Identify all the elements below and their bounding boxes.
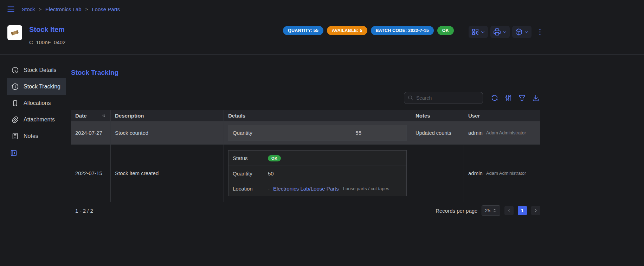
details-cell: Quantity 55: [224, 121, 411, 144]
title-block: Stock Item C_100nF_0402: [29, 25, 65, 45]
sidebar-item-label: Stock Tracking: [24, 84, 60, 90]
table-footer: 1 - 2 / 2 Records per page 25 1: [71, 202, 540, 219]
stock-tracking-table: Date Description Details Notes User 2024…: [71, 110, 540, 219]
more-options-button[interactable]: [535, 27, 545, 37]
table-row[interactable]: 2022-07-15 Stock item created Status OK …: [71, 145, 540, 202]
paperclip-icon: [11, 116, 19, 124]
detail-stack: Status OK Quantity 50 Location - Electro…: [228, 150, 407, 196]
column-label: Description: [115, 113, 144, 119]
notes-cell: [411, 145, 464, 202]
sidebar-item-stock-tracking[interactable]: Stock Tracking: [7, 78, 66, 95]
sidebar-item-stock-details[interactable]: Stock Details: [7, 62, 66, 78]
menu-icon[interactable]: [6, 5, 15, 14]
part-name: C_100nF_0402: [29, 39, 65, 45]
page-body: Stock Details Stock Tracking Allocations…: [0, 55, 644, 229]
available-badge: AVAILABLE: 5: [327, 26, 367, 35]
detail-row-location: Location - Electronics Lab/Loose Parts L…: [228, 181, 406, 196]
chevron-right-icon: [533, 208, 539, 213]
status-badge: OK: [437, 26, 454, 35]
download-button[interactable]: [531, 93, 540, 102]
previous-page-button[interactable]: [504, 206, 514, 215]
search-icon: [408, 95, 413, 101]
column-header-date[interactable]: Date: [71, 110, 111, 121]
panel-divider: [71, 84, 540, 84]
refresh-button[interactable]: [490, 93, 499, 102]
next-page-button[interactable]: [531, 206, 540, 215]
column-header-details[interactable]: Details: [224, 110, 411, 121]
sidebar-item-label: Attachments: [24, 117, 55, 123]
breadcrumb-electronics-lab[interactable]: Electronics Lab: [45, 6, 82, 12]
chevron-down-icon: [502, 29, 507, 35]
user-cell: admin Adam Administrator: [464, 121, 540, 144]
notes-cell: Updated counts: [411, 121, 464, 144]
stock-actions-button[interactable]: [512, 26, 532, 38]
dots-vertical-icon: [536, 28, 544, 36]
breadcrumb-stock[interactable]: Stock: [22, 6, 35, 12]
chevron-down-icon: [524, 29, 529, 35]
topbar: Stock > Electronics Lab > Loose Parts: [0, 0, 644, 18]
detail-row-quantity: Quantity 55: [228, 125, 406, 140]
search-box: [404, 92, 483, 104]
chevron-left-icon: [506, 208, 512, 213]
adjustments-icon: [504, 94, 512, 102]
sidebar-item-attachments[interactable]: Attachments: [7, 111, 66, 128]
refresh-icon: [491, 94, 498, 102]
column-header-notes[interactable]: Notes: [411, 110, 464, 121]
location-note: Loose parts / cut tapes: [343, 186, 389, 191]
detail-stack: Quantity 55: [228, 125, 407, 141]
pagination-controls: Records per page 25 1: [436, 205, 540, 216]
status-badges: QUANTITY: 55 AVAILABLE: 5 BATCH CODE: 20…: [283, 25, 454, 35]
sidebar-item-notes[interactable]: Notes: [7, 128, 66, 144]
part-thumbnail[interactable]: [7, 25, 22, 40]
filter-button[interactable]: [517, 93, 527, 102]
column-label: Date: [75, 113, 87, 119]
page-size-select[interactable]: 25: [482, 205, 500, 216]
sidebar-collapse-icon: [10, 149, 18, 157]
details-cell: Status OK Quantity 50 Location - Electro…: [224, 145, 411, 202]
breadcrumb-loose-parts[interactable]: Loose Parts: [92, 6, 120, 12]
ok-status-badge: OK: [268, 155, 281, 161]
location-link[interactable]: Electronics Lab/Loose Parts: [273, 186, 339, 192]
user-cell: admin Adam Administrator: [464, 145, 540, 202]
table-options-button[interactable]: [504, 93, 513, 102]
detail-label: Status: [233, 155, 268, 161]
description-cell: Stock item created: [111, 145, 224, 202]
column-label: Details: [228, 113, 245, 119]
page-header: Stock Item C_100nF_0402 QUANTITY: 55 AVA…: [0, 18, 644, 54]
selector-icon: [492, 208, 497, 213]
column-label: Notes: [416, 113, 430, 119]
location-prefix: -: [268, 186, 270, 192]
sidebar-item-allocations[interactable]: Allocations: [7, 95, 66, 111]
page-title: Stock Item: [29, 25, 65, 34]
notebook-icon: [11, 132, 19, 140]
breadcrumb: Stock > Electronics Lab > Loose Parts: [22, 6, 120, 12]
download-icon: [532, 94, 540, 102]
user-fullname: Adam Administrator: [486, 130, 526, 135]
user-fullname: Adam Administrator: [486, 171, 526, 176]
page-1-button[interactable]: 1: [518, 206, 527, 215]
header-actions: [469, 25, 545, 38]
panel-title: Stock Tracking: [71, 69, 540, 77]
search-input[interactable]: [416, 95, 479, 101]
barcode-actions-button[interactable]: [469, 26, 488, 38]
records-per-page-label: Records per page: [436, 208, 477, 214]
batch-code-badge: BATCH CODE: 2022-7-15: [371, 26, 434, 35]
print-actions-button[interactable]: [490, 26, 510, 38]
detail-value: 50: [268, 171, 274, 177]
sidebar-collapse-button[interactable]: [10, 149, 18, 157]
app-root: Stock > Electronics Lab > Loose Parts St…: [0, 0, 644, 229]
detail-row-quantity: Quantity 50: [228, 166, 406, 181]
package-icon: [515, 28, 523, 36]
breadcrumb-separator: >: [39, 7, 42, 12]
date-cell: 2022-07-15: [71, 145, 111, 202]
detail-label: Quantity: [233, 130, 268, 136]
sidebar-item-label: Allocations: [24, 100, 51, 106]
table-row[interactable]: 2024-07-27 Stock counted Quantity 55 Upd…: [71, 121, 540, 145]
date-cell: 2024-07-27: [71, 121, 111, 144]
printer-icon: [493, 28, 501, 36]
filter-icon: [518, 94, 526, 102]
column-header-description[interactable]: Description: [111, 110, 224, 121]
sidebar-item-label: Stock Details: [24, 67, 56, 73]
detail-label: Quantity: [233, 171, 268, 177]
column-header-user[interactable]: User: [464, 110, 540, 121]
